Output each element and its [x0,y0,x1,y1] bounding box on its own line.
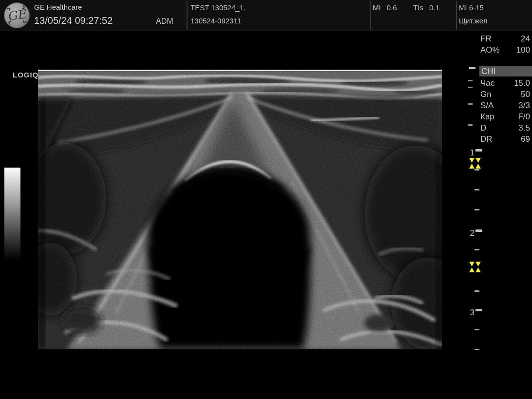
tgc-tick [468,80,473,81]
header-divider [370,1,371,30]
patient-name: TEST 130524_1, [190,3,246,12]
depth-ruler: 1 2 3 [458,63,487,356]
ruler-tick-major [475,309,482,311]
datetime-label: 13/05/24 09:27:52 [34,15,113,26]
param-value: 3.5 [518,123,530,133]
tis-readout: TIs 0.1 [413,3,439,12]
ultrasound-screen: GE GE Healthcare 13/05/24 09:27:52 ADM T… [0,0,532,399]
ge-logo-icon: GE [3,2,30,29]
param-row-dr: DR 69 [480,134,530,144]
param-label: FR [480,34,492,44]
tgc-tick [468,103,473,105]
param-row-sa: S/A 3/3 [480,100,530,111]
grayscale-bar [4,168,20,260]
header-divider [456,1,457,30]
ruler-tick-minor [475,249,479,250]
ruler-label-1: 1 [470,148,475,157]
preset-label: Щит.жел [459,17,487,25]
ultrasound-image [38,70,442,349]
logiq-label: LOGIQ [13,71,38,79]
param-row-freq: Час 15.0 [480,78,530,88]
ruler-label-2: 2 [470,228,475,238]
param-row-depth: D 3.5 [480,123,530,133]
ruler-tick-major [475,229,482,232]
operator-label: ADM [156,17,173,26]
header-divider [187,1,188,30]
focus-marker-icon [469,158,481,169]
ruler-label-3: 3 [470,308,475,317]
tis-value: 0.1 [429,3,439,12]
mi-value: 0.6 [387,3,397,12]
param-value: 100 [516,45,530,55]
ruler-tick-minor [475,290,479,292]
ruler-tick-minor [475,169,479,171]
param-label: AO% [480,45,500,55]
param-value: F/0 [518,112,530,122]
param-row-fr: FR 24 [480,34,530,44]
param-row-ao: AO% 100 [480,45,530,55]
ruler-tick-minor [475,209,479,210]
ruler-tick-minor [475,189,479,190]
param-value: 69 [521,134,530,144]
header-bar: GE GE Healthcare 13/05/24 09:27:52 ADM T… [0,0,532,31]
tgc-tick [468,124,473,126]
param-value: 24 [521,34,530,44]
probe-label: ML6-15 [459,3,484,12]
ruler-tick-major [475,149,482,152]
mi-readout: MI 0.6 [373,3,397,12]
param-row-gain: Gn 50 [480,89,530,99]
mi-label: MI [373,3,381,12]
param-value: 50 [521,89,530,99]
logo-monogram: GE [6,7,28,23]
tgc-tick [468,87,473,88]
ruler-tick-zero [469,67,475,69]
ruler-tick-minor [475,329,479,330]
tis-label: TIs [413,3,423,12]
param-row-chi: CHI [479,66,532,76]
brand-label: GE Healthcare [34,3,82,11]
param-value: 15.0 [514,78,530,88]
focus-marker-icon [469,262,481,272]
param-row-map: Кар F/0 [480,112,530,122]
ruler-tick-minor [475,349,479,350]
exam-id: 130524-092311 [190,17,241,25]
param-value: 3/3 [518,100,530,111]
